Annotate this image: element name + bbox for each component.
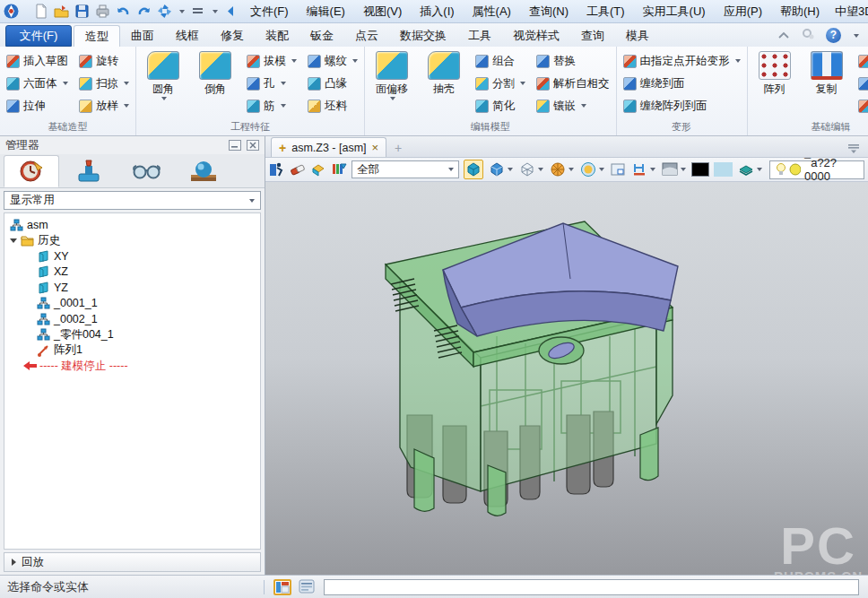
shade-mode-button-active[interactable] <box>464 160 483 179</box>
menu-view[interactable]: 视图(V) <box>357 2 408 22</box>
combine-button[interactable]: 组合 <box>473 51 528 71</box>
tree-node-modeling-stop[interactable]: ----- 建模停止 ----- <box>10 359 260 375</box>
loft-button[interactable]: 放样 <box>76 96 132 116</box>
tab-dataexchange[interactable]: 数据交换 <box>389 25 457 47</box>
tab-visualize[interactable]: 视觉样式 <box>502 25 570 47</box>
tab-assembly[interactable]: 装配 <box>255 25 299 47</box>
thread-button[interactable]: 螺纹 <box>305 51 360 71</box>
zoom-window-icon[interactable] <box>610 161 626 178</box>
inlay-button[interactable]: 镶嵌 <box>534 96 612 116</box>
wrap-to-face-button[interactable]: 缠绕到面 <box>621 74 743 93</box>
lip-button[interactable]: 凸缘 <box>305 74 360 93</box>
menu-help[interactable]: 帮助(H) <box>774 2 826 22</box>
command-input[interactable] <box>324 579 859 595</box>
open-file-icon[interactable] <box>54 4 69 19</box>
tab-close-icon[interactable]: × <box>372 141 379 154</box>
divide-button[interactable]: 分割 <box>473 74 528 93</box>
tab-inquire[interactable]: 查询 <box>570 25 615 47</box>
filter-icon[interactable] <box>331 161 347 178</box>
replay-section[interactable]: 回放 <box>4 552 261 572</box>
tab-pointcloud[interactable]: 点云 <box>344 25 389 47</box>
tab-freeform[interactable]: 曲面 <box>120 25 165 47</box>
view-cube-button[interactable] <box>488 160 514 178</box>
save-icon[interactable] <box>74 4 90 19</box>
menu-tools[interactable]: 工具(T) <box>580 2 631 22</box>
menu-insert[interactable]: 插入(I) <box>413 2 460 22</box>
scale-button[interactable]: 缩放 <box>855 96 868 116</box>
box-button[interactable]: 六面体 <box>4 74 71 93</box>
erase-icon[interactable] <box>290 161 306 178</box>
search-icon[interactable] <box>801 28 815 43</box>
menu-attribute[interactable]: 属性(A) <box>466 2 517 22</box>
wrap-pattern-to-face-button[interactable]: 缠绕阵列到面 <box>621 96 743 116</box>
tab-mold[interactable]: 模具 <box>615 25 660 47</box>
color-swatch-lightblue[interactable] <box>714 162 733 177</box>
draft-button[interactable]: 拔模 <box>244 51 299 71</box>
tab-shape[interactable]: 造型 <box>74 25 120 47</box>
tree-node-pattern1[interactable]: 阵列1 <box>10 342 260 359</box>
resolve-selfintersection-button[interactable]: 解析自相交 <box>534 74 612 93</box>
undo-icon[interactable] <box>116 4 131 19</box>
show-hide-icon[interactable] <box>310 161 326 178</box>
display-filter-dropdown[interactable]: 显示常用 <box>4 191 261 210</box>
file-menu-button[interactable]: 文件(F) <box>5 25 72 47</box>
chamfer-button[interactable]: 倒角 <box>192 49 239 97</box>
panel-minimize-button[interactable] <box>229 140 241 151</box>
insert-sketch-button[interactable]: 插入草图 <box>4 51 71 71</box>
tab-repair[interactable]: 修复 <box>210 25 255 47</box>
tab-wireframe[interactable]: 线框 <box>165 25 210 47</box>
tab-visualization-manager[interactable] <box>176 155 231 187</box>
tree-node-plane-yz[interactable]: YZ <box>10 280 260 296</box>
tree-node-plane-xy[interactable]: XY <box>10 248 260 264</box>
exit-sketch-icon[interactable] <box>269 161 285 178</box>
layer-style-button[interactable] <box>737 160 763 178</box>
regen-icon[interactable] <box>157 4 172 19</box>
revolve-button[interactable]: 旋转 <box>76 51 132 71</box>
background-button[interactable] <box>661 160 687 178</box>
extrude-button[interactable]: 拉伸 <box>4 96 71 116</box>
tree-node-component-0001[interactable]: _0001_1 <box>10 296 260 312</box>
tab-sheetmetal[interactable]: 钣金 <box>299 25 344 47</box>
rib-button[interactable]: 筋 <box>244 96 299 116</box>
tree-node-component-0002[interactable]: _0002_1 <box>10 311 260 327</box>
tab-visibility-manager[interactable] <box>118 155 174 187</box>
section-view-button[interactable] <box>549 160 575 178</box>
menu-inquire[interactable]: 查询(N) <box>523 2 575 22</box>
layer-combobox[interactable]: ¯a?2?0000 <box>769 160 864 179</box>
tree-node-part-004[interactable]: _零件004_1 <box>10 327 260 343</box>
new-file-icon[interactable] <box>33 4 48 19</box>
fillet-button[interactable]: 圆角 <box>140 49 187 100</box>
command-list-icon[interactable] <box>299 579 317 595</box>
stock-button[interactable]: 坯料 <box>305 96 360 116</box>
help-icon[interactable]: ? <box>826 28 841 43</box>
collapse-qat-icon[interactable] <box>223 4 239 19</box>
face-offset-button[interactable]: 面偏移 <box>369 49 415 100</box>
tree-node-plane-xz[interactable]: XZ <box>10 264 260 281</box>
wireframe-mode-button[interactable] <box>518 160 544 178</box>
sweep-button[interactable]: 扫掠 <box>76 74 132 93</box>
new-tab-button[interactable]: + <box>386 139 410 157</box>
menu-edit[interactable]: 编辑(E) <box>300 2 352 22</box>
viewport-3d[interactable]: PC PHPCMS.CN <box>265 182 868 575</box>
align-view-button[interactable] <box>630 160 656 178</box>
tab-tools[interactable]: 工具 <box>457 25 502 47</box>
tree-expander[interactable] <box>10 238 17 243</box>
customize-toolbar-icon[interactable] <box>190 4 205 19</box>
menu-applications[interactable]: 应用(P) <box>717 2 768 22</box>
tree-node-history-folder[interactable]: 历史 <box>10 233 260 249</box>
tab-assembly-manager[interactable] <box>61 155 117 187</box>
tab-history-manager[interactable] <box>4 155 59 187</box>
shell-button[interactable]: 抽壳 <box>421 49 467 97</box>
customize-caret[interactable] <box>213 10 218 13</box>
redo-icon[interactable] <box>136 4 152 19</box>
pattern-button[interactable]: 阵列 <box>751 49 798 97</box>
tab-overflow-icon[interactable] <box>846 143 868 157</box>
collapse-ribbon-icon[interactable] <box>777 30 790 42</box>
panel-close-button[interactable] <box>247 140 259 151</box>
menu-utilities[interactable]: 实用工具(U) <box>637 2 712 22</box>
tree-node-root[interactable]: asm <box>10 217 260 233</box>
pick-filter-dropdown[interactable]: 全部 <box>352 160 459 178</box>
regen-dropdown-caret[interactable] <box>179 10 185 13</box>
menu-file[interactable]: 文件(F) <box>244 2 295 22</box>
document-tab[interactable]: + asm.Z3 - [asm] × <box>271 137 386 157</box>
